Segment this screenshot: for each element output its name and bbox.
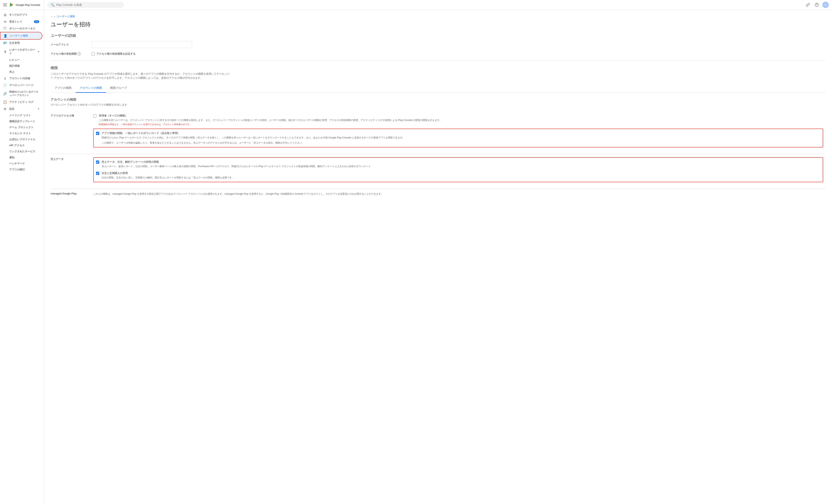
perm-read-all-note: この権限で、ユーザーは情報を編集したり、変更を加えたりすることはできません。売上… [102, 141, 820, 144]
inbox-badge: 16 [34, 20, 39, 23]
sidebar-item-game-project[interactable]: ゲーム プロジェクト [9, 124, 43, 130]
log-icon: 📋 [3, 100, 7, 104]
table-row: managed Google Play これらの権限は、managed Goog… [51, 189, 826, 199]
tab-account-permissions[interactable]: アカウントの権限 [76, 84, 106, 93]
sidebar-item-stats[interactable]: 統計情報 [9, 63, 43, 69]
link-icon: 🔗 [3, 92, 7, 96]
perm-sales-view-title: 売上データ、注文、解約アンケートの回答の閲覧 [102, 160, 820, 164]
sidebar-item-mailing[interactable]: メーリング リスト [9, 112, 43, 118]
perm-mgp-content: これらの権限は、managed Google Play を使用する限定公開アプリ… [91, 189, 826, 199]
shield-icon: 🛡 [3, 27, 7, 30]
sidebar-item-settings[interactable]: ⚙ 設定 ▾ [0, 105, 43, 112]
breadcrumb[interactable]: ← ← ユーザーと権限 [51, 15, 826, 18]
perm-order-manage-text: 注文と定期購入の管理 注文の閲覧、注文の払い戻し、定期購入の解約。累計売上レポー… [102, 171, 820, 179]
read-all-checkbox[interactable] [96, 132, 99, 135]
sidebar-item-reports[interactable]: ⬇ レポートのダウンロード ▾ [0, 46, 43, 57]
perm-label-app-access: アプリのアクセス権 [51, 111, 91, 154]
sidebar-item-label: 価格設定テンプレート [9, 120, 35, 123]
perm-option-sales-view: 売上データ、注文、解約アンケートの回答の閲覧 売上レポート、販売レポート、注文の… [96, 160, 820, 168]
help-button[interactable] [813, 2, 820, 8]
sidebar-item-label: ライセンス テスト [9, 132, 31, 135]
sidebar-item-app-migration[interactable]: アプリの移行 [9, 166, 43, 173]
inbox-icon: ✉ [3, 20, 7, 24]
sidebar-item-review[interactable]: レビュー [9, 57, 43, 63]
perm-admin-text: 管理者（すべての権限） この権限を持つユーザーは、デベロッパー アカウントに対す… [99, 114, 823, 126]
perm-option-read-all: アプリ情報の閲覧、一括レポートのダウンロード（読み取り専用） 関連付けられた P… [96, 131, 820, 144]
info-icon: ℹ [3, 77, 7, 80]
perm-label-sales: 売上データ [51, 154, 91, 189]
sidebar-item-policy[interactable]: 🛡 ポリシーのステータス [0, 25, 43, 32]
access-expiry-checkbox[interactable] [92, 52, 95, 55]
sidebar-item-label: 関連付けられているデベロッパー アカウント [9, 90, 39, 97]
back-arrow-icon: ← [51, 15, 53, 18]
permissions-table: アプリのアクセス権 管理者（すべての権限） この権限を持つユーザーは、デベロッパ… [51, 111, 826, 199]
perm-option-admin: 管理者（すべての権限） この権限を持つユーザーは、デベロッパー アカウントに対す… [93, 114, 823, 126]
sidebar-item-label: ユーザーと権限 [10, 34, 28, 37]
expand-icon: ▾ [38, 107, 39, 110]
search-input[interactable] [56, 3, 121, 6]
email-label: メールアドレス [51, 43, 87, 46]
perm-options-sales: 売上データ、注文、解約アンケートの回答の閲覧 売上レポート、販売レポート、注文の… [91, 154, 826, 189]
sidebar-item-label: レビュー [9, 58, 20, 62]
link-button[interactable] [805, 2, 811, 8]
sidebar-item-label: アカウントの詳細 [9, 77, 30, 80]
sidebar-item-label: すべてのアプリ [9, 13, 28, 17]
sidebar-item-label: メーリング リスト [9, 113, 31, 117]
sidebar-item-linked-dev[interactable]: 🔗 関連付けられているデベロッパー アカウント [0, 88, 43, 99]
user-details-title: ユーザーの詳細 [51, 33, 826, 38]
sidebar-item-benchmark[interactable]: ベンチマーク [9, 160, 43, 166]
divider [51, 60, 826, 61]
breadcrumb-text: ← ユーザーと権限 [53, 15, 75, 18]
perm-read-all-title: アプリ情報の閲覧、一括レポートのダウンロード（読み取り専用） [102, 131, 820, 135]
sidebar-item-label: リンクされたサービス [9, 150, 35, 153]
order-icon: 🪪 [3, 41, 7, 45]
avatar[interactable]: U [822, 2, 829, 8]
sidebar-item-dev-page[interactable]: 📄 デベロッパー ページ [0, 82, 43, 88]
permissions-title: 権限 [51, 65, 826, 70]
nav-sub-settings: メーリング リスト 価格設定テンプレート ゲーム プロジェクト ライセンス テス… [0, 112, 44, 173]
sales-view-checkbox[interactable] [96, 160, 99, 164]
info-circle-icon[interactable]: ? [78, 52, 81, 55]
email-field[interactable] [92, 41, 192, 48]
sidebar-item-license-test[interactable]: ライセンス テスト [9, 130, 43, 136]
perm-options-app-access: 管理者（すべての権限） この権限を持つユーザーは、デベロッパー アカウントに対す… [91, 111, 826, 154]
sidebar-item-label: アクティビティ ログ [9, 100, 33, 104]
page-title: ユーザーを招待 [51, 21, 826, 28]
top-bar: 🔍 U [44, 0, 832, 10]
sidebar-item-api-access[interactable]: API アクセス [9, 142, 43, 149]
table-row: 売上データ 売上データ、注文、解約アンケートの回答の閲覧 売上レポート、販売レポ… [51, 154, 826, 189]
highlight-box: アプリ情報の閲覧、一括レポートのダウンロード（読み取り専用） 関連付けられた P… [93, 129, 823, 148]
sidebar-item-inbox[interactable]: ✉ 受信トレイ 16 [0, 18, 43, 25]
sidebar-item-linked-services[interactable]: リンクされたサービス [9, 149, 43, 155]
main-area: 🔍 U ← ← ユーザーと権限 [44, 0, 832, 504]
sidebar-item-payment-profile[interactable]: お支払いプロファイル [9, 136, 43, 142]
sidebar-item-all-apps[interactable]: ⊞ すべてのアプリ [0, 11, 43, 18]
sidebar-item-label: 設定 [9, 107, 15, 111]
expand-icon: ▾ [38, 50, 39, 53]
page-icon: 📄 [3, 83, 7, 87]
sidebar-item-users[interactable]: 👤 ユーザーと権限 [0, 32, 43, 39]
perm-admin-title: 管理者（すべての権限） [99, 114, 823, 117]
sidebar-item-label: 通知 [9, 156, 15, 159]
perm-option-order-manage: 注文と定期購入の管理 注文の閲覧、注文の払い戻し、定期購入の解約。累計売上レポー… [96, 171, 820, 179]
access-expiry-checkbox-label[interactable]: アクセス権の有効期限を設定する [97, 52, 136, 56]
order-manage-checkbox[interactable] [96, 172, 99, 175]
perm-read-all-desc: 関連付けられた Play ゲームサービス プロジェクトを含む、すべてのアプリ情報… [102, 136, 820, 139]
mgp-desc: これらの権限は、managed Google Play を使用する限定公開アプリ… [93, 192, 823, 196]
sidebar-item-pricing[interactable]: 価格設定テンプレート [9, 118, 43, 124]
tab-app-permissions[interactable]: アプリの権限 [51, 84, 76, 93]
search-box[interactable]: 🔍 [47, 2, 124, 8]
sidebar-header: Google Play Console [0, 0, 44, 10]
hamburger-icon[interactable] [3, 3, 7, 6]
sidebar-item-label: アプリの移行 [9, 168, 25, 171]
perm-order-manage-desc: 注文の閲覧、注文の払い戻し、定期購入の解約。累計売上レポートを閲覧するには「売上… [102, 176, 820, 179]
sidebar-item-activity-log[interactable]: 📋 アクティビティ ログ [0, 99, 43, 105]
sidebar-item-notification[interactable]: 通知 [9, 155, 43, 160]
sidebar-item-sales[interactable]: 売上 [9, 69, 43, 75]
tab-permission-groups[interactable]: 権限グループ [106, 84, 131, 93]
admin-checkbox[interactable] [93, 114, 97, 117]
permissions-desc: このユーザーがアクセスできる Play Console のアプリや領域を選択しま… [51, 72, 231, 80]
sidebar-item-account-details[interactable]: ℹ アカウントの詳細 [0, 75, 43, 82]
sidebar-item-orders[interactable]: 🪪 注文管理 [0, 39, 43, 46]
perm-order-manage-title: 注文と定期購入の管理 [102, 171, 820, 175]
